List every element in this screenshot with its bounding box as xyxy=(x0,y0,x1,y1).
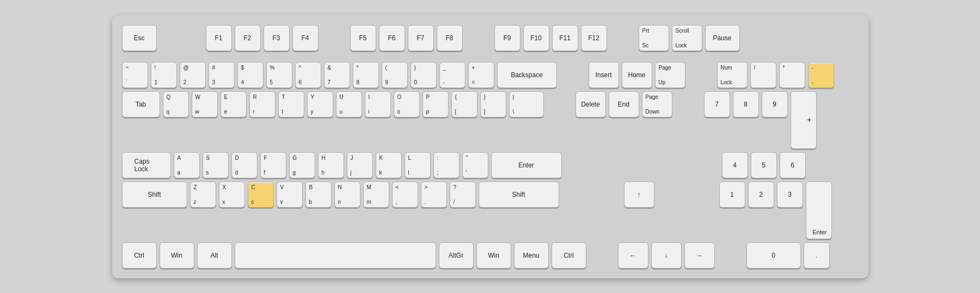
key-a[interactable]: A a xyxy=(174,152,200,178)
key-arrow-right[interactable]: → xyxy=(684,242,715,269)
key-slash[interactable]: ? / xyxy=(450,182,476,208)
key-j[interactable]: J j xyxy=(347,152,373,178)
key-rshift[interactable]: Shift xyxy=(479,182,559,208)
key-f[interactable]: F f xyxy=(260,152,286,178)
key-2[interactable]: @ 2 xyxy=(180,62,206,88)
key-n[interactable]: N n xyxy=(334,182,360,208)
key-f1[interactable]: F1 xyxy=(206,25,232,51)
key-r[interactable]: R r xyxy=(249,91,275,117)
key-lwin[interactable]: Win xyxy=(160,242,194,269)
key-lctrl[interactable]: Ctrl xyxy=(122,242,157,269)
key-num-enter[interactable]: Enter xyxy=(806,182,832,239)
key-enter[interactable]: Enter xyxy=(491,152,562,178)
key-f10[interactable]: F10 xyxy=(523,25,549,51)
key-f5[interactable]: F5 xyxy=(350,25,376,51)
key-v[interactable]: V v xyxy=(277,182,303,208)
key-num0[interactable]: 0 xyxy=(746,242,801,269)
key-f6[interactable]: F6 xyxy=(379,25,405,51)
key-arrow-left[interactable]: ← xyxy=(618,242,648,269)
key-o[interactable]: O o xyxy=(394,91,420,117)
key-num4[interactable]: 4 xyxy=(722,152,748,178)
key-s[interactable]: S s xyxy=(203,152,229,178)
key-f9[interactable]: F9 xyxy=(494,25,520,51)
key-num8[interactable]: 8 xyxy=(733,91,759,117)
key-prtsc[interactable]: Prt Sc xyxy=(639,25,669,51)
key-z[interactable]: Z z xyxy=(190,182,216,208)
key-0[interactable]: ) 0 xyxy=(411,62,437,88)
key-tab[interactable]: Tab xyxy=(122,91,160,117)
key-pause[interactable]: Pause xyxy=(705,25,740,51)
key-t[interactable]: T t xyxy=(278,91,304,117)
key-end[interactable]: End xyxy=(609,91,639,117)
key-insert[interactable]: Insert xyxy=(589,62,619,88)
key-comma[interactable]: < , xyxy=(392,182,418,208)
key-q[interactable]: Q q xyxy=(163,91,189,117)
key-p[interactable]: P p xyxy=(422,91,449,117)
key-num-minus[interactable]: - - xyxy=(808,62,834,88)
key-quote[interactable]: " ' xyxy=(462,152,488,178)
key-5[interactable]: % 5 xyxy=(266,62,292,88)
key-pageup[interactable]: Page Up xyxy=(655,62,685,88)
key-num-slash[interactable]: / xyxy=(750,62,776,88)
key-9[interactable]: ( 9 xyxy=(382,62,408,88)
key-num-asterisk[interactable]: * xyxy=(779,62,805,88)
key-numlock[interactable]: Num Lock xyxy=(717,62,748,88)
key-semicolon[interactable]: : ; xyxy=(433,152,460,178)
key-lshift[interactable]: Shift xyxy=(122,182,187,208)
key-f8[interactable]: F8 xyxy=(437,25,463,51)
key-pagedown[interactable]: Page Down xyxy=(642,91,672,117)
key-8[interactable]: * 8 xyxy=(353,62,379,88)
key-home[interactable]: Home xyxy=(622,62,652,88)
key-3[interactable]: # 3 xyxy=(209,62,235,88)
key-f4[interactable]: F4 xyxy=(292,25,318,51)
key-e[interactable]: E e xyxy=(220,91,247,117)
key-7[interactable]: & 7 xyxy=(324,62,350,88)
key-i[interactable]: I i xyxy=(365,91,391,117)
key-space[interactable] xyxy=(235,242,436,269)
key-f3[interactable]: F3 xyxy=(264,25,290,51)
key-rbracket[interactable]: } ] xyxy=(480,91,506,117)
key-h[interactable]: H h xyxy=(318,152,344,178)
key-num1[interactable]: 1 xyxy=(719,182,745,208)
key-lalt[interactable]: Alt xyxy=(197,242,232,269)
key-delete[interactable]: Delete xyxy=(575,91,606,117)
key-l[interactable]: L l xyxy=(405,152,431,178)
key-f12[interactable]: F12 xyxy=(581,25,607,51)
key-num7[interactable]: 7 xyxy=(704,91,730,117)
key-capslock[interactable]: Caps Lock xyxy=(122,152,171,178)
key-y[interactable]: Y y xyxy=(307,91,333,117)
key-w[interactable]: W w xyxy=(192,91,218,117)
key-4[interactable]: $ 4 xyxy=(237,62,264,88)
key-c[interactable]: C c xyxy=(248,182,274,208)
key-arrow-down[interactable]: ↓ xyxy=(651,242,682,269)
key-backspace[interactable]: Backspace xyxy=(497,62,557,88)
key-x[interactable]: X x xyxy=(219,182,245,208)
key-esc[interactable]: Esc xyxy=(122,25,157,51)
key-scrolllock[interactable]: Scroll Lock xyxy=(672,25,702,51)
key-d[interactable]: D d xyxy=(231,152,258,178)
key-num-plus[interactable]: + xyxy=(791,91,817,149)
key-rwin[interactable]: Win xyxy=(476,242,511,269)
key-b[interactable]: B b xyxy=(305,182,332,208)
key-1[interactable]: ! 1 xyxy=(151,62,177,88)
key-num9[interactable]: 9 xyxy=(762,91,788,117)
key-period[interactable]: > . xyxy=(421,182,447,208)
key-g[interactable]: G g xyxy=(289,152,315,178)
key-m[interactable]: M m xyxy=(363,182,389,208)
key-f11[interactable]: F11 xyxy=(552,25,578,51)
key-menu[interactable]: Menu xyxy=(514,242,549,269)
key-num3[interactable]: 3 xyxy=(777,182,803,208)
key-f7[interactable]: F7 xyxy=(408,25,434,51)
key-num5[interactable]: 5 xyxy=(751,152,777,178)
key-arrow-up[interactable]: ↑ xyxy=(624,182,654,208)
key-u[interactable]: U u xyxy=(336,91,362,117)
key-altgr[interactable]: AltGr xyxy=(439,242,474,269)
key-num-dot[interactable]: . xyxy=(804,242,830,269)
key-equals[interactable]: + = xyxy=(468,62,494,88)
key-minus[interactable]: _ - xyxy=(439,62,465,88)
key-lbracket[interactable]: { [ xyxy=(451,91,477,117)
key-num6[interactable]: 6 xyxy=(780,152,806,178)
key-backslash[interactable]: | \ xyxy=(509,91,544,117)
key-f2[interactable]: F2 xyxy=(235,25,261,51)
key-k[interactable]: K k xyxy=(376,152,402,178)
